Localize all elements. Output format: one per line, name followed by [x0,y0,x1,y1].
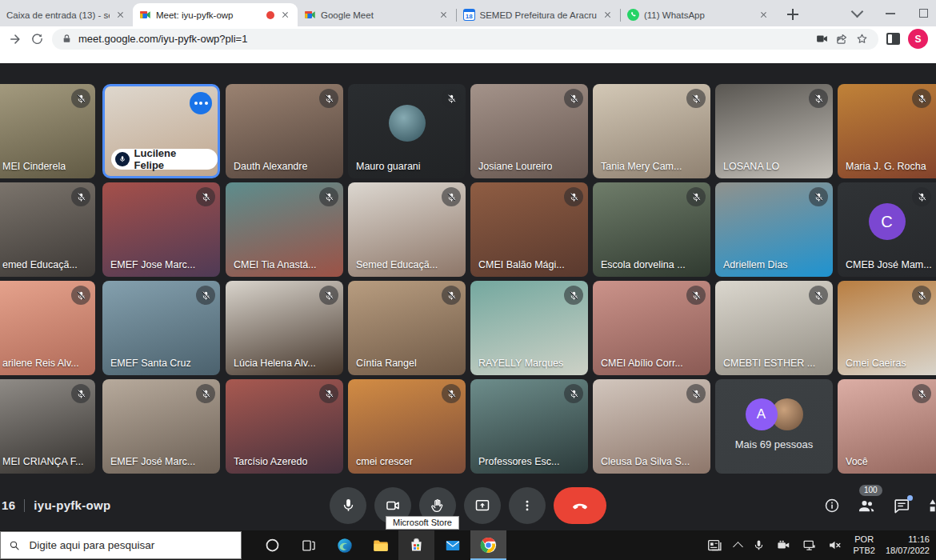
forward-icon[interactable] [8,32,22,46]
tab-meet-call[interactable]: Meet: iyu-pyfk-owp [133,3,298,26]
participant-name: Escola dorvelina ... [601,259,686,270]
participant-tile[interactable]: LOSANA LO [715,84,833,178]
edge-button[interactable] [326,530,362,560]
participant-name: CMEB José Mam... [846,259,932,270]
mic-muted-icon [564,384,583,403]
participant-tile[interactable]: Adriellem Dias [715,182,833,277]
address-bar[interactable]: meet.google.com/iyu-pyfk-owp?pli=1 [52,29,878,50]
tab-close-icon[interactable] [758,9,770,21]
participant-tile[interactable]: arilene Reis Alv... [0,281,95,375]
calendar-favicon-icon: 18 [463,9,475,21]
window-controls [853,0,928,26]
microsoft-store-button[interactable] [398,530,434,560]
news-widget-icon[interactable] [706,537,724,554]
meeting-details-icon[interactable] [824,498,840,514]
restore-window-icon[interactable] [919,9,928,18]
meet-bottom-bar: 16 iyu-pyfk-owp [0,480,936,530]
tab-close-icon[interactable] [602,9,614,21]
tray-expand-chevron-icon[interactable] [734,542,744,552]
participant-tile[interactable]: MEI Cinderela [0,84,95,178]
present-screen-button[interactable] [464,487,501,524]
participant-tile[interactable]: Dauth Alexandre [226,84,343,178]
cortana-button[interactable] [254,530,290,560]
chrome-button[interactable] [470,530,506,560]
tile-options-button[interactable] [190,92,212,114]
tab-close-icon[interactable] [279,9,291,21]
mic-muted-icon [912,384,931,403]
whatsapp-favicon-icon [627,9,639,21]
mail-button[interactable] [434,530,470,560]
taskbar-search-box[interactable] [0,531,242,559]
participant-name: Cmei Caeiras [846,358,906,369]
reload-icon[interactable] [30,32,44,46]
participant-tile[interactable]: CMEBTI ESTHER ... [715,281,833,375]
participant-tile[interactable]: Professores Esc... [470,379,588,474]
bookmark-star-icon[interactable] [855,32,869,46]
end-call-button[interactable] [554,487,606,524]
participant-tile[interactable]: Cíntia Rangel [348,281,466,375]
participant-tile[interactable]: CMEI Balão Mági... [470,182,588,277]
taskbar-clock[interactable]: 11:16 18/07/2022 [886,534,930,557]
tab-close-icon[interactable] [114,9,126,21]
participant-tile[interactable]: Maria J. G. Rocha [838,84,936,178]
participant-tile[interactable]: Lucilene Felipe [102,84,220,178]
more-options-button[interactable] [509,487,546,524]
participant-tile[interactable]: EMEF Jose Marc... [102,182,220,277]
participant-tile[interactable]: Tania Mery Cam... [593,84,710,178]
tab-gmail-inbox[interactable]: Caixa de entrada (13) - seme [0,3,133,26]
tab-google-meet[interactable]: Google Meet [298,3,456,26]
participant-avatar: C [869,203,906,240]
participant-tile[interactable]: Mauro guarani [348,84,466,178]
tray-camera-icon[interactable] [776,538,791,553]
mic-muted-icon [686,89,706,108]
participant-tile[interactable]: emed Educaçã... [0,182,95,277]
side-panel-icon[interactable] [886,33,900,45]
participant-tile[interactable]: RAYELLY Marques [470,281,588,375]
network-icon[interactable] [802,538,817,553]
participant-tile[interactable]: Tarcísio Azeredo [226,379,343,474]
tab-close-icon[interactable] [438,9,450,21]
mic-button[interactable] [330,487,366,524]
participants-button[interactable]: 100 [857,496,876,515]
lock-icon[interactable] [62,34,72,44]
participant-name: Josiane Loureiro [478,161,552,172]
camera-in-use-icon[interactable] [815,32,829,46]
participant-tile[interactable]: Cleusa Da Silva S... [593,379,710,474]
participant-tile[interactable]: EMEF José Marc... [102,379,220,474]
profile-avatar[interactable]: S [908,29,928,49]
chat-button[interactable] [893,497,910,514]
tab-search-chevron-icon[interactable] [851,6,864,18]
participant-tile[interactable]: Escola dorvelina ... [593,182,710,277]
new-tab-button[interactable] [782,4,803,25]
language-indicator[interactable]: POR PTB2 [853,534,875,557]
participant-tile[interactable]: Você [838,379,936,474]
activities-icon[interactable] [927,497,936,514]
minimize-window-icon[interactable] [886,13,895,14]
participant-name: Dauth Alexandre [234,161,307,172]
volume-muted-icon[interactable] [827,538,842,553]
divider [24,499,25,512]
tab-whatsapp[interactable]: (11) WhatsApp [621,3,776,26]
participant-tile[interactable]: cmei crescer [348,379,466,474]
participant-tile[interactable]: CMEI Abílio Corr... [593,281,710,375]
share-icon[interactable] [835,32,849,46]
participant-tile[interactable]: Cmei Caeiras [838,281,936,375]
mic-muted-icon [319,89,338,108]
participant-tile[interactable]: CCMEB José Mam... [838,182,936,277]
task-view-button[interactable] [290,530,326,560]
participant-tile[interactable]: MEI CRIANÇA F... [0,379,95,474]
search-icon [9,539,20,552]
mic-muted-icon [912,89,931,108]
search-input[interactable] [27,538,233,552]
participant-tile[interactable]: CMEI Tia Anastá... [226,182,343,277]
participant-name: Semed Educaçã... [356,259,438,270]
participant-tile[interactable]: Josiane Loureiro [470,84,588,178]
tray-mic-icon[interactable] [752,538,766,552]
meet-page: MEI CinderelaLucilene FelipeDauth Alexan… [0,63,936,530]
participant-tile[interactable]: Lúcia Helena Alv... [226,281,343,375]
participant-tile[interactable]: EMEF Santa Cruz [102,281,220,375]
participant-tile[interactable]: AMais 69 pessoas [715,379,833,474]
participant-tile[interactable]: Semed Educaçã... [348,182,466,277]
tab-semed-calendar[interactable]: 18 SEMED Prefeitura de Aracruz [457,3,620,26]
file-explorer-button[interactable] [362,530,398,560]
